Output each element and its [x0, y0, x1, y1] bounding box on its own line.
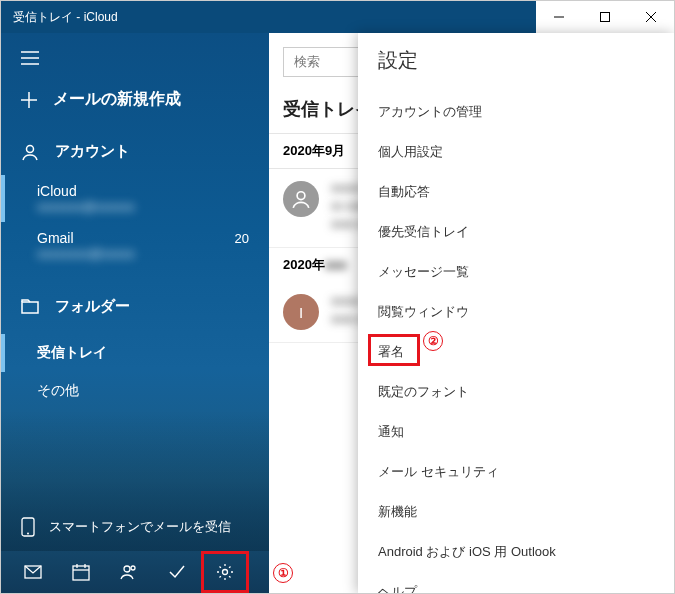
- settings-item-reading-pane[interactable]: 閲覧ウィンドウ: [358, 292, 674, 332]
- annotation-2: ②: [423, 331, 443, 351]
- calendar-icon-button[interactable]: [57, 551, 105, 593]
- svg-point-21: [297, 192, 305, 200]
- svg-point-20: [223, 570, 228, 575]
- account-email: xxxxxxxx@xxxxx: [37, 246, 249, 261]
- settings-item-accounts[interactable]: アカウントの管理: [358, 92, 674, 132]
- people-icon-button[interactable]: [105, 551, 153, 593]
- todo-icon-button[interactable]: [153, 551, 201, 593]
- gear-icon: [216, 563, 234, 581]
- account-email: xxxxxxx@xxxxxx: [37, 199, 249, 214]
- window-close-button[interactable]: [628, 1, 674, 33]
- settings-item-focused-inbox[interactable]: 優先受信トレイ: [358, 212, 674, 252]
- accounts-header[interactable]: アカウント: [1, 132, 269, 175]
- sidebar: メールの新規作成 アカウント iCloud xxxxxxx@xxxxxx Gma…: [1, 33, 269, 593]
- svg-point-12: [27, 533, 29, 535]
- mail-icon-button[interactable]: [9, 551, 57, 593]
- settings-title: 設定: [358, 33, 674, 92]
- settings-item-help[interactable]: ヘルプ: [358, 572, 674, 594]
- settings-panel: 設定 アカウントの管理 個人用設定 自動応答 優先受信トレイ メッセージ一覧 閲…: [358, 33, 674, 593]
- unread-count: 20: [235, 231, 249, 246]
- title-bar: 受信トレイ - iCloud: [1, 1, 674, 33]
- annotation-1: ①: [273, 563, 293, 583]
- settings-icon-button[interactable]: [201, 551, 249, 593]
- settings-item-message-list[interactable]: メッセージ一覧: [358, 252, 674, 292]
- settings-item-default-font[interactable]: 既定のフォント: [358, 372, 674, 412]
- phone-promo[interactable]: スマートフォンでメールを受信: [1, 503, 269, 551]
- window-minimize-button[interactable]: [536, 1, 582, 33]
- person-icon: [21, 143, 39, 161]
- svg-rect-1: [601, 13, 610, 22]
- folders-header[interactable]: フォルダー: [1, 287, 269, 330]
- folder-icon: [21, 298, 39, 316]
- folder-other[interactable]: その他: [1, 372, 269, 410]
- compose-label: メールの新規作成: [53, 89, 181, 110]
- hamburger-menu-button[interactable]: [1, 33, 269, 83]
- account-name: Gmail: [37, 230, 74, 246]
- folders-header-label: フォルダー: [55, 297, 130, 316]
- window-maximize-button[interactable]: [582, 1, 628, 33]
- account-name: iCloud: [37, 183, 249, 199]
- settings-item-auto-reply[interactable]: 自動応答: [358, 172, 674, 212]
- settings-item-personalization[interactable]: 個人用設定: [358, 132, 674, 172]
- svg-rect-14: [73, 566, 89, 580]
- bottom-toolbar: [1, 551, 269, 593]
- folder-inbox[interactable]: 受信トレイ: [1, 334, 269, 372]
- settings-item-whats-new[interactable]: 新機能: [358, 492, 674, 532]
- accounts-header-label: アカウント: [55, 142, 130, 161]
- avatar: [283, 181, 319, 217]
- svg-point-9: [27, 145, 34, 152]
- settings-item-signature[interactable]: 署名: [358, 332, 674, 372]
- window-title: 受信トレイ - iCloud: [13, 9, 118, 26]
- svg-point-18: [124, 566, 130, 572]
- settings-item-mail-security[interactable]: メール セキュリティ: [358, 452, 674, 492]
- plus-icon: [21, 92, 37, 108]
- avatar: I: [283, 294, 319, 330]
- svg-point-19: [131, 566, 135, 570]
- compose-button[interactable]: メールの新規作成: [1, 83, 269, 132]
- phone-icon: [21, 517, 35, 537]
- phone-promo-label: スマートフォンでメールを受信: [49, 518, 231, 536]
- account-item-gmail[interactable]: Gmail 20 xxxxxxxx@xxxxx: [1, 222, 269, 269]
- svg-rect-10: [22, 302, 38, 313]
- account-item-icloud[interactable]: iCloud xxxxxxx@xxxxxx: [1, 175, 269, 222]
- settings-item-outlook-mobile[interactable]: Android および iOS 用 Outlook: [358, 532, 674, 572]
- settings-item-notifications[interactable]: 通知: [358, 412, 674, 452]
